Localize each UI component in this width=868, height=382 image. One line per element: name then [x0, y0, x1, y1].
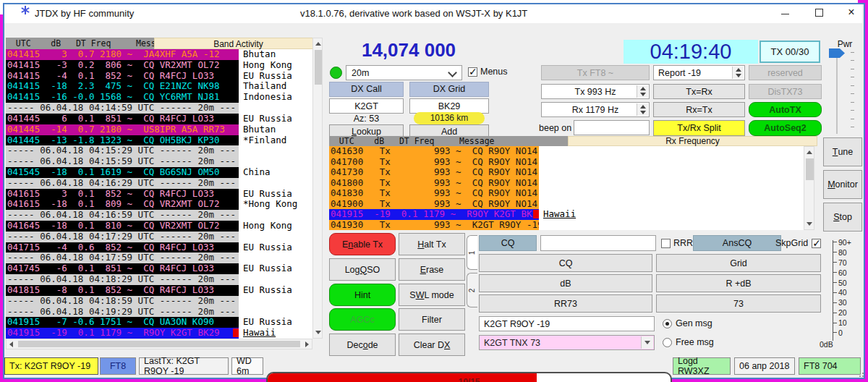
- decode-row[interactable]: ----- 06.04.18 04:18:29 UTC ------ 20m -…: [6, 274, 312, 285]
- decode-text[interactable]: 041830 Tx 993 ~ CQ R9OY NO14: [329, 188, 539, 199]
- decode-row[interactable]: 041445 6 0.1 851 ~ CQ R4FCJ LO33EU Russi…: [6, 114, 312, 124]
- decode-text[interactable]: 041730 Tx 993 ~ CQ R9OY NO14: [329, 167, 539, 178]
- decode-text[interactable]: 041645 -18 0.1 810 ~ CQ VR2XMT OL72: [6, 221, 239, 232]
- decode-row[interactable]: ----- 06.04.18 04:14:59 UTC ------ 20m -…: [6, 103, 312, 114]
- decode-row[interactable]: 041545 -18 0.1 1619 ~ CQ BG6SNJ OM50Chin…: [6, 167, 312, 178]
- decode-text[interactable]: ----- 06.04.18 04:19:29 UTC ------ 20m -…: [6, 307, 239, 318]
- decode-row[interactable]: 041630 Tx 993 ~ CQ R9OY NO14: [329, 146, 804, 157]
- tx-rx-split-button[interactable]: Tx/Rx Split: [653, 120, 745, 136]
- menus-checkbox[interactable]: [468, 67, 477, 77]
- decode-text[interactable]: 041930 Tx 993 ~ K2GT R9OY -19: [329, 220, 539, 231]
- decode-row[interactable]: 041900 Tx 993 ~ CQ R9OY NO14: [329, 199, 804, 210]
- decode-text[interactable]: ----- 06.04.18 04:18:29 UTC ------ 20m -…: [6, 274, 239, 285]
- tx-progress-button[interactable]: TX 00/30: [760, 41, 820, 63]
- decode-text[interactable]: ----- 06.04.18 04:17:59 UTC ------ 20m -…: [6, 252, 239, 263]
- resize-grip[interactable]: [856, 370, 864, 377]
- decode-text[interactable]: 041415 -16 -0.0 1568 ~ CQ YC6RMT NJ81: [6, 92, 239, 103]
- agcc-button[interactable]: AGCc: [329, 308, 396, 331]
- tab-1[interactable]: 1: [467, 235, 477, 270]
- scroll-right-icon[interactable]: [305, 341, 309, 347]
- log-qso-button[interactable]: Log QSO: [329, 258, 396, 281]
- spinner-arrows-icon[interactable]: [732, 67, 744, 79]
- scroll-down-icon[interactable]: [315, 331, 321, 334]
- decode-text[interactable]: ----- 06.04.18 04:15:29 UTC ------ 20m -…: [6, 145, 239, 156]
- cq-message-button[interactable]: CQ: [479, 254, 652, 272]
- monitor-button[interactable]: Monitor: [823, 170, 862, 199]
- decode-row[interactable]: 041730 Tx 993 ~ CQ R9OY NO14: [329, 167, 804, 178]
- gen-msg-radio-group[interactable]: Gen msg: [663, 318, 712, 328]
- decode-text[interactable]: 041900 Tx 993 ~ CQ R9OY NO14: [329, 199, 539, 210]
- decode-text[interactable]: 041415 -4 0.1 852 ~ CQ R4FCJ LO33: [6, 71, 239, 82]
- decode-row[interactable]: 041445 -14 0.7 2180 ~ US8IPR A5A RR73Bhu…: [6, 124, 312, 135]
- decode-row[interactable]: 041700 Tx 993 ~ CQ R9OY NO14: [329, 157, 804, 168]
- scroll-up-icon[interactable]: [807, 150, 812, 154]
- decode-row[interactable]: ----- 06.04.18 04:17:29 UTC ------ 20m -…: [6, 232, 312, 242]
- beep-on-field[interactable]: [574, 120, 650, 135]
- decode-text[interactable]: 041615 -18 0.1 809 ~ CQ VR2XMT OL72: [6, 199, 239, 210]
- enable-tx-button[interactable]: Enable Tx: [329, 233, 396, 255]
- decode-row[interactable]: 041715 -4 0.6 852 ~ CQ R4FCJ LO33EU Russ…: [6, 242, 312, 253]
- free-msg-radio-group[interactable]: Free msg: [663, 337, 714, 347]
- band-activity-hscrollbar[interactable]: [6, 339, 312, 349]
- filter-button[interactable]: Filter: [399, 308, 465, 331]
- minimize-button[interactable]: [773, 4, 797, 20]
- decode-row[interactable]: 041745 -6 0.1 851 ~ CQ R4FCJ LO33EU Russ…: [6, 263, 312, 274]
- decode-text[interactable]: 041445 -13 -1.8 1323 ~ CQ OH5BKJ KP30: [6, 135, 239, 146]
- band-activity-table[interactable]: 041415 3 0.7 2180 ~ JA4XHF A5A -12Bhutan…: [6, 49, 312, 339]
- decode-row[interactable]: ----- 06.04.18 04:19:29 UTC ------ 20m -…: [6, 307, 312, 318]
- decode-text[interactable]: 041915 -7 -0.6 1751 ~ CQ UA3ON KO90: [6, 317, 239, 328]
- autotx-button[interactable]: AutoTX: [749, 102, 822, 117]
- decode-text[interactable]: 041415 3 0.7 2180 ~ JA4XHF A5A -12: [6, 49, 239, 60]
- decode-text[interactable]: 041745 -6 0.1 851 ~ CQ R4FCJ LO33: [6, 263, 239, 274]
- scroll-down-icon[interactable]: [807, 222, 812, 226]
- tx-eq-rx-button[interactable]: Tx=Rx: [653, 84, 745, 99]
- decode-text[interactable]: 041545 -18 0.1 1619 ~ CQ BG6SNJ OM50: [6, 167, 239, 178]
- rx-hz-spinner[interactable]: Rx 1179 Hz: [541, 102, 650, 117]
- rr73-message-button[interactable]: RR73: [479, 294, 652, 313]
- decode-text[interactable]: ----- 06.04.18 04:16:59 UTC ------ 20m -…: [6, 210, 239, 221]
- decode-row[interactable]: ----- 06.04.18 04:16:29 UTC ------ 20m -…: [6, 178, 312, 189]
- pwr-slider-track[interactable]: [836, 58, 838, 134]
- r-db-message-button[interactable]: R +dB: [656, 274, 821, 292]
- decode-text[interactable]: ----- 06.04.18 04:16:29 UTC ------ 20m -…: [6, 178, 239, 189]
- tab-2[interactable]: 2: [467, 273, 477, 307]
- decode-row[interactable]: 041915 -7 -0.6 1751 ~ CQ UA3ON KO90EU Ru…: [6, 317, 312, 328]
- decode-row[interactable]: ----- 06.04.18 04:18:59 UTC ------ 20m -…: [6, 296, 312, 307]
- spinner-arrows-icon[interactable]: [637, 103, 648, 116]
- report-spinner[interactable]: Report -19: [653, 65, 745, 80]
- autoseq2-button[interactable]: AutoSeq2: [749, 120, 822, 136]
- free-msg-radio[interactable]: [663, 338, 672, 347]
- decode-text[interactable]: 041700 Tx 993 ~ CQ R9OY NO14: [329, 157, 539, 168]
- halt-tx-button[interactable]: Halt Tx: [399, 233, 465, 255]
- decode-text[interactable]: 041415 -18 2.3 475 ~ CQ E21NZC NK98: [6, 81, 239, 92]
- gen-msg-field[interactable]: K2GT R9OY -19: [479, 316, 655, 331]
- decode-row[interactable]: ----- 06.04.18 04:16:59 UTC ------ 20m -…: [6, 210, 312, 221]
- decode-row[interactable]: 041415 -4 0.1 852 ~ CQ R4FCJ LO33EU Russ…: [6, 71, 312, 82]
- decode-row[interactable]: 041915 -19 0.1 1179 ~ R9OY K2GT BK29Hawa…: [329, 209, 804, 220]
- db-message-button[interactable]: dB: [479, 274, 652, 292]
- maximize-button[interactable]: [807, 4, 831, 20]
- skpgrid-checkbox[interactable]: [812, 239, 821, 248]
- band-activity-vscrollbar[interactable]: [312, 38, 323, 339]
- combo-arrow[interactable]: [641, 336, 653, 349]
- decode-row[interactable]: 041830 Tx 993 ~ CQ R9OY NO14: [329, 188, 804, 199]
- band-select[interactable]: 20m: [346, 65, 462, 80]
- decode-text[interactable]: 041715 -4 0.6 852 ~ CQ R4FCJ LO33: [6, 242, 239, 253]
- decode-text[interactable]: 041615 3 0.1 852 ~ CQ R4FCJ LO33: [6, 189, 239, 200]
- clear-dx-button[interactable]: Clear DX: [399, 334, 465, 356]
- menus-toggle[interactable]: Menus: [468, 67, 508, 77]
- decode-text[interactable]: 041800 Tx 993 ~ CQ R9OY NO14: [329, 178, 539, 189]
- rx-eq-tx-button[interactable]: Rx=Tx: [653, 102, 745, 117]
- cq-dir-button[interactable]: CQ: [479, 235, 537, 251]
- decode-text[interactable]: 041445 -14 0.7 2180 ~ US8IPR A5A RR73: [6, 124, 239, 135]
- decode-text[interactable]: 041815 -8 0.1 852 ~ CQ R4FCJ LO33: [6, 285, 239, 296]
- spinner-arrows-icon[interactable]: [637, 85, 648, 98]
- decode-text[interactable]: ----- 06.04.18 04:18:59 UTC ------ 20m -…: [6, 296, 239, 307]
- rx-frequency-vscrollbar[interactable]: [804, 146, 814, 230]
- gen-msg-radio[interactable]: [663, 319, 672, 328]
- scrollbar-thumb[interactable]: [806, 158, 814, 180]
- cq-dir-input[interactable]: [540, 235, 656, 251]
- decode-text[interactable]: ----- 06.04.18 04:17:29 UTC ------ 20m -…: [6, 232, 239, 242]
- decode-text[interactable]: 041630 Tx 993 ~ CQ R9OY NO14: [329, 146, 539, 157]
- 73-message-button[interactable]: 73: [656, 294, 821, 313]
